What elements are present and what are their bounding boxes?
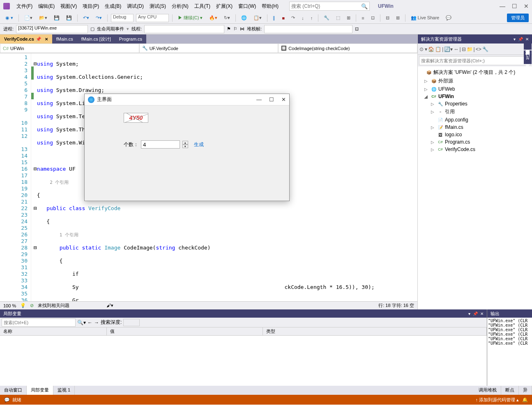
save-button[interactable]: 💾 — [52, 14, 62, 22]
tb2-icon-2[interactable]: ⚐ — [233, 26, 237, 32]
se-nav-icon[interactable]: ↔ — [454, 46, 458, 52]
tb-icon-4[interactable]: ≡ — [359, 14, 366, 22]
menu-tools[interactable]: 工具(T) — [192, 1, 213, 11]
tb-icon-2[interactable]: ⬚ — [334, 14, 342, 22]
process-dropdown[interactable]: [33672] UFWin.exe — [16, 25, 88, 33]
nav-namespace[interactable]: C#UFWin — [0, 44, 139, 53]
col-name[interactable]: 名称 — [0, 327, 107, 335]
dialog-close[interactable]: ✕ — [281, 96, 286, 103]
menu-debug[interactable]: 调试(D) — [124, 1, 146, 11]
stack-dropdown[interactable] — [264, 25, 352, 33]
tree-external[interactable]: ▷📦外部源 — [418, 77, 532, 85]
solution-root[interactable]: 📦解决方案 'UFWin' (2 个项目，共 2 个) — [418, 68, 532, 77]
tb-icon-5[interactable]: ⊡ — [369, 14, 377, 22]
tb-icon-6[interactable]: ⊟ — [384, 14, 392, 22]
nav-method[interactable]: 🔲CodeImage(string checkCode) — [278, 44, 417, 53]
zoom-level[interactable]: 100 % — [3, 303, 16, 308]
locals-body[interactable] — [0, 336, 487, 386]
locals-pin-icon[interactable]: 📌 — [473, 311, 478, 316]
se-wrench-icon[interactable]: 🔧 — [482, 46, 488, 52]
continue-button[interactable]: ▶ 继续(C) ▾ — [176, 14, 205, 22]
tb2-icon-1[interactable]: ⚑ — [227, 26, 231, 32]
btab-callstack[interactable]: 调用堆栈 — [474, 386, 501, 395]
tb2-icon-3[interactable]: ⋈ — [240, 26, 244, 32]
right-tab-solution[interactable]: 解决方案资源管理器 — [524, 43, 532, 50]
step-over-button[interactable]: ↷ — [289, 14, 297, 22]
dialog-maximize[interactable]: ☐ — [269, 96, 274, 103]
undo-button[interactable]: ↶▾ — [81, 14, 91, 22]
menu-test[interactable]: 测试(S) — [147, 1, 168, 11]
output-text[interactable]: "UFWin.exe" (CLR"UFWin.exe" (CLR"UFWin.e… — [487, 318, 532, 386]
locals-menu-icon[interactable]: ▾ — [468, 311, 470, 316]
count-spinner[interactable]: ▴▾ — [182, 141, 188, 148]
locals-close-icon[interactable]: ✕ — [480, 311, 484, 316]
panel-close-icon[interactable]: ✕ — [525, 37, 529, 41]
brush-icon[interactable]: 🖌▾ — [106, 303, 113, 308]
menu-window[interactable]: 窗口(W) — [236, 1, 258, 11]
tree-fmain[interactable]: ▷📝fMain.cs — [418, 124, 532, 131]
se-sync-icon[interactable]: 🔄▾ — [444, 46, 453, 52]
dialog-minimize[interactable]: — — [256, 96, 262, 103]
maximize-button[interactable]: ☐ — [512, 3, 517, 9]
pause-button[interactable]: ‖ — [271, 14, 277, 22]
tree-appconfig[interactable]: 📄App.config — [418, 116, 532, 124]
depth-dropdown[interactable] — [123, 319, 140, 326]
tree-logo[interactable]: 🖼logo.ico — [418, 131, 532, 138]
search-input[interactable] — [291, 3, 361, 9]
save-all-button[interactable]: 💾 — [64, 14, 74, 22]
global-search[interactable]: 🔍 — [289, 2, 370, 11]
menu-help[interactable]: 帮助(H) — [259, 1, 281, 11]
se-collapse-icon[interactable]: ⊟ — [462, 46, 466, 52]
stop-button[interactable]: ■ — [280, 14, 287, 22]
thread-dropdown[interactable] — [144, 25, 224, 33]
menu-build[interactable]: 生成(B) — [102, 1, 124, 11]
close-icon[interactable]: ✕ — [45, 37, 48, 41]
locals-nav-right[interactable]: → — [94, 320, 99, 325]
tab-verifycode[interactable]: VerifyCode.cs 📌✕ — [0, 34, 52, 44]
locals-search[interactable] — [2, 318, 76, 327]
code-editor[interactable]: 123456789 101112131415161718 19202122232… — [0, 53, 417, 301]
tab-fmain[interactable]: fMain.cs — [52, 34, 77, 44]
tab-program[interactable]: Program.cs — [115, 34, 146, 44]
right-tab-git[interactable]: Git 更改 — [524, 50, 532, 64]
live-share-button[interactable]: 👥 Live Share — [409, 14, 442, 22]
tree-verifycode[interactable]: ▷C#VerifyCode.cs — [418, 146, 532, 153]
btab-autos[interactable]: 自动窗口 — [0, 386, 27, 395]
tab-fmain-design[interactable]: fMain.cs [设计] — [77, 34, 115, 44]
minimize-button[interactable]: — — [500, 3, 505, 9]
browser-button[interactable]: 🌐 — [239, 14, 249, 22]
captcha-image[interactable]: 4Y50 — [124, 113, 148, 123]
btab-breakpoints[interactable]: 断点 — [501, 386, 519, 395]
back-button[interactable]: ◉ ▾ — [3, 14, 15, 22]
tree-references[interactable]: ▷▫引用 — [418, 108, 532, 116]
panel-pin-icon[interactable]: 📌 — [518, 37, 523, 41]
menu-extensions[interactable]: 扩展(X) — [214, 1, 235, 11]
pin-icon[interactable]: 📌 — [36, 37, 41, 42]
menu-view[interactable]: 视图(V) — [58, 1, 79, 11]
se-view-icon[interactable]: 📋 — [435, 46, 441, 52]
locals-nav-left[interactable]: ← — [88, 320, 92, 325]
home-button[interactable]: ⊙ ▾ — [419, 46, 427, 52]
open-button[interactable]: 📂▾ — [37, 14, 49, 22]
step-into-button[interactable]: ↓ — [299, 14, 306, 22]
count-input[interactable] — [141, 140, 180, 149]
restart-button[interactable]: ↻▾ — [222, 14, 232, 22]
menu-project[interactable]: 项目(P) — [80, 1, 101, 11]
tree-program[interactable]: ▷C#Program.cs — [418, 138, 532, 146]
col-value[interactable]: 值 — [107, 327, 263, 335]
generate-link[interactable]: 生成 — [194, 141, 204, 148]
admin-badge[interactable]: 管理员 — [507, 14, 529, 22]
script-button[interactable]: 📋▾ — [251, 14, 264, 22]
tree-ufwin[interactable]: ◢C#UFWin — [418, 93, 532, 100]
panel-menu-icon[interactable]: ▾ — [514, 37, 516, 41]
menu-analyze[interactable]: 分析(N) — [169, 1, 191, 11]
se-props-icon[interactable]: <> — [476, 46, 481, 52]
menu-file[interactable]: 文件(F) — [14, 1, 35, 11]
solution-tree[interactable]: 📦解决方案 'UFWin' (2 个项目，共 2 个) ▷📦外部源 ▷🌐UFWe… — [418, 66, 532, 309]
tb-icon-3[interactable]: ⊞ — [345, 14, 352, 22]
lightbulb-icon[interactable]: 💡 — [20, 303, 26, 308]
platform-dropdown[interactable]: Any CPU — [136, 14, 169, 22]
hot-reload-button[interactable]: 🔥▾ — [207, 14, 219, 22]
locals-search-icon[interactable]: 🔍▾ — [77, 320, 86, 325]
notification-icon[interactable]: 🔔 — [522, 397, 528, 403]
